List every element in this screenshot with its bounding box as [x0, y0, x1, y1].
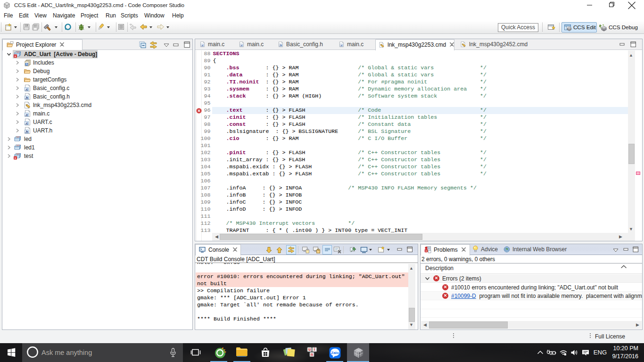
svg-text:.c: .c: [201, 44, 204, 47]
svg-text:u: u: [308, 347, 311, 352]
svg-text:.c: .c: [25, 121, 28, 125]
svg-text:.c: .c: [25, 87, 28, 91]
svg-text:h: h: [26, 62, 28, 66]
svg-text:.h: .h: [280, 44, 282, 47]
svg-text:n: n: [311, 352, 313, 357]
svg-text:.h: .h: [25, 96, 28, 100]
svg-text:i: i: [314, 347, 315, 352]
svg-text:.c: .c: [25, 113, 28, 117]
svg-text:.c: .c: [240, 44, 243, 47]
svg-text:.c: .c: [340, 44, 343, 47]
svg-text:Zalo: Zalo: [331, 350, 339, 354]
svg-text:.h: .h: [25, 130, 28, 134]
